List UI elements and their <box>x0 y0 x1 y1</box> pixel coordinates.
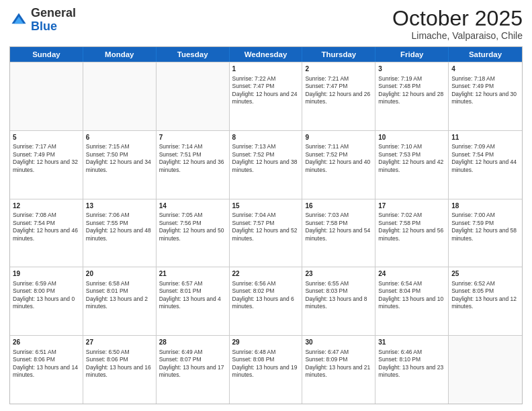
day-number: 22 <box>232 269 300 279</box>
empty-cell <box>10 62 83 130</box>
day-info: Sunrise: 6:57 AMSunset: 8:01 PMDaylight:… <box>159 280 226 311</box>
week-row-4: 19Sunrise: 6:59 AMSunset: 8:00 PMDayligh… <box>10 267 522 335</box>
day-number: 30 <box>305 338 372 347</box>
day-info: Sunrise: 7:15 AMSunset: 7:50 PMDaylight:… <box>86 143 153 174</box>
day-cell-3: 3Sunrise: 7:19 AMSunset: 7:48 PMDaylight… <box>375 62 449 130</box>
day-info: Sunrise: 6:47 AMSunset: 8:09 PMDaylight:… <box>305 349 372 379</box>
day-info: Sunrise: 7:18 AMSunset: 7:49 PMDaylight:… <box>451 75 519 106</box>
day-info: Sunrise: 6:56 AMSunset: 8:02 PMDaylight:… <box>232 280 300 311</box>
day-cell-25: 25Sunrise: 6:52 AMSunset: 8:05 PMDayligh… <box>449 267 522 335</box>
day-info: Sunrise: 6:52 AMSunset: 8:05 PMDaylight:… <box>451 280 519 311</box>
day-header-sunday: Sunday <box>10 47 83 62</box>
header: General Blue October 2025 Limache, Valpa… <box>9 7 523 41</box>
day-cell-24: 24Sunrise: 6:54 AMSunset: 8:04 PMDayligh… <box>375 267 449 335</box>
day-info: Sunrise: 7:10 AMSunset: 7:53 PMDaylight:… <box>378 143 445 174</box>
day-info: Sunrise: 7:02 AMSunset: 7:58 PMDaylight:… <box>378 212 445 242</box>
day-header-wednesday: Wednesday <box>230 47 303 62</box>
day-info: Sunrise: 7:11 AMSunset: 7:52 PMDaylight:… <box>305 143 372 174</box>
day-number: 10 <box>378 133 445 142</box>
day-number: 13 <box>86 201 153 211</box>
day-cell-6: 6Sunrise: 7:15 AMSunset: 7:50 PMDaylight… <box>83 131 157 199</box>
day-info: Sunrise: 6:49 AMSunset: 8:07 PMDaylight:… <box>159 349 226 379</box>
day-info: Sunrise: 7:17 AMSunset: 7:49 PMDaylight:… <box>13 143 80 174</box>
day-info: Sunrise: 6:50 AMSunset: 8:06 PMDaylight:… <box>86 349 153 379</box>
day-header-tuesday: Tuesday <box>157 47 230 62</box>
day-info: Sunrise: 6:59 AMSunset: 8:00 PMDaylight:… <box>13 280 80 311</box>
day-cell-26: 26Sunrise: 6:51 AMSunset: 8:06 PMDayligh… <box>10 336 83 404</box>
day-cell-18: 18Sunrise: 7:00 AMSunset: 7:59 PMDayligh… <box>449 199 522 267</box>
day-number: 28 <box>159 338 226 347</box>
day-cell-29: 29Sunrise: 6:48 AMSunset: 8:08 PMDayligh… <box>230 336 303 404</box>
day-info: Sunrise: 6:58 AMSunset: 8:01 PMDaylight:… <box>86 280 153 311</box>
day-info: Sunrise: 7:14 AMSunset: 7:51 PMDaylight:… <box>159 143 226 174</box>
day-info: Sunrise: 7:22 AMSunset: 7:47 PMDaylight:… <box>232 75 300 106</box>
day-info: Sunrise: 7:21 AMSunset: 7:47 PMDaylight:… <box>305 75 372 106</box>
day-info: Sunrise: 7:00 AMSunset: 7:59 PMDaylight:… <box>451 212 519 242</box>
day-info: Sunrise: 6:55 AMSunset: 8:03 PMDaylight:… <box>305 280 372 311</box>
empty-cell <box>83 62 157 130</box>
day-info: Sunrise: 7:03 AMSunset: 7:58 PMDaylight:… <box>305 212 372 242</box>
day-info: Sunrise: 7:19 AMSunset: 7:48 PMDaylight:… <box>378 75 445 106</box>
day-cell-12: 12Sunrise: 7:08 AMSunset: 7:54 PMDayligh… <box>10 199 83 267</box>
logo: General Blue <box>9 7 76 34</box>
day-info: Sunrise: 6:46 AMSunset: 8:10 PMDaylight:… <box>378 349 445 379</box>
day-cell-13: 13Sunrise: 7:06 AMSunset: 7:55 PMDayligh… <box>83 199 157 267</box>
day-cell-19: 19Sunrise: 6:59 AMSunset: 8:00 PMDayligh… <box>10 267 83 335</box>
week-row-5: 26Sunrise: 6:51 AMSunset: 8:06 PMDayligh… <box>10 335 522 404</box>
day-number: 17 <box>378 201 445 211</box>
calendar: SundayMondayTuesdayWednesdayThursdayFrid… <box>9 46 523 404</box>
day-number: 31 <box>378 338 445 347</box>
week-row-1: 1Sunrise: 7:22 AMSunset: 7:47 PMDaylight… <box>10 62 522 130</box>
calendar-title: October 2025 <box>392 7 523 30</box>
day-header-saturday: Saturday <box>449 47 522 62</box>
day-number: 1 <box>232 64 300 74</box>
day-number: 12 <box>13 201 80 211</box>
week-row-3: 12Sunrise: 7:08 AMSunset: 7:54 PMDayligh… <box>10 199 522 267</box>
day-number: 11 <box>451 133 519 142</box>
day-cell-27: 27Sunrise: 6:50 AMSunset: 8:06 PMDayligh… <box>83 336 157 404</box>
empty-cell <box>449 336 522 404</box>
day-cell-21: 21Sunrise: 6:57 AMSunset: 8:01 PMDayligh… <box>157 267 230 335</box>
day-header-friday: Friday <box>375 47 449 62</box>
day-cell-16: 16Sunrise: 7:03 AMSunset: 7:58 PMDayligh… <box>302 199 375 267</box>
logo-icon <box>9 11 28 30</box>
day-cell-8: 8Sunrise: 7:13 AMSunset: 7:52 PMDaylight… <box>230 131 303 199</box>
day-cell-15: 15Sunrise: 7:04 AMSunset: 7:57 PMDayligh… <box>230 199 303 267</box>
day-number: 20 <box>86 269 153 279</box>
day-number: 9 <box>305 133 372 142</box>
day-info: Sunrise: 7:05 AMSunset: 7:56 PMDaylight:… <box>159 212 226 242</box>
day-info: Sunrise: 7:09 AMSunset: 7:54 PMDaylight:… <box>451 143 519 174</box>
day-number: 29 <box>232 338 300 347</box>
day-cell-31: 31Sunrise: 6:46 AMSunset: 8:10 PMDayligh… <box>375 336 449 404</box>
day-header-monday: Monday <box>83 47 157 62</box>
day-info: Sunrise: 7:06 AMSunset: 7:55 PMDaylight:… <box>86 212 153 242</box>
day-number: 6 <box>86 133 153 142</box>
day-cell-22: 22Sunrise: 6:56 AMSunset: 8:02 PMDayligh… <box>230 267 303 335</box>
calendar-subtitle: Limache, Valparaiso, Chile <box>392 30 523 41</box>
logo-general: General <box>31 7 76 20</box>
day-number: 21 <box>159 269 226 279</box>
day-info: Sunrise: 7:13 AMSunset: 7:52 PMDaylight:… <box>232 143 300 174</box>
day-cell-10: 10Sunrise: 7:10 AMSunset: 7:53 PMDayligh… <box>375 131 449 199</box>
day-cell-5: 5Sunrise: 7:17 AMSunset: 7:49 PMDaylight… <box>10 131 83 199</box>
logo-text: General Blue <box>31 7 76 34</box>
day-info: Sunrise: 7:08 AMSunset: 7:54 PMDaylight:… <box>13 212 80 242</box>
day-number: 27 <box>86 338 153 347</box>
day-cell-20: 20Sunrise: 6:58 AMSunset: 8:01 PMDayligh… <box>83 267 157 335</box>
day-cell-2: 2Sunrise: 7:21 AMSunset: 7:47 PMDaylight… <box>302 62 375 130</box>
day-number: 4 <box>451 64 519 74</box>
logo-blue: Blue <box>31 20 76 34</box>
day-number: 23 <box>305 269 372 279</box>
empty-cell <box>157 62 230 130</box>
day-cell-9: 9Sunrise: 7:11 AMSunset: 7:52 PMDaylight… <box>302 131 375 199</box>
page: General Blue October 2025 Limache, Valpa… <box>0 0 532 411</box>
day-number: 18 <box>451 201 519 211</box>
week-row-2: 5Sunrise: 7:17 AMSunset: 7:49 PMDaylight… <box>10 130 522 199</box>
day-cell-11: 11Sunrise: 7:09 AMSunset: 7:54 PMDayligh… <box>449 131 522 199</box>
day-cell-4: 4Sunrise: 7:18 AMSunset: 7:49 PMDaylight… <box>449 62 522 130</box>
title-block: October 2025 Limache, Valparaiso, Chile <box>392 7 523 41</box>
day-number: 24 <box>378 269 445 279</box>
day-cell-14: 14Sunrise: 7:05 AMSunset: 7:56 PMDayligh… <box>157 199 230 267</box>
day-number: 3 <box>378 64 445 74</box>
calendar-header-row: SundayMondayTuesdayWednesdayThursdayFrid… <box>10 47 522 62</box>
